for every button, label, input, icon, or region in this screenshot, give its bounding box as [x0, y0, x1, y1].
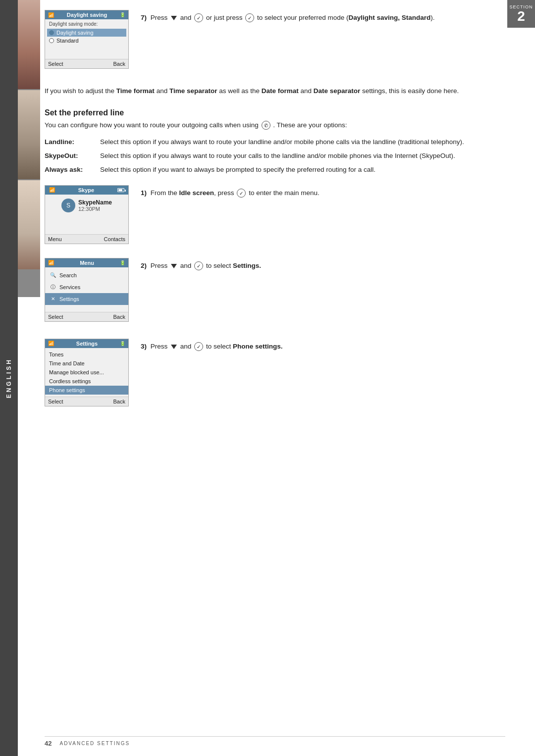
idle-screen: 📶 Skype S SkypeName 12:30PM	[45, 185, 129, 244]
idle-title: Skype	[78, 187, 94, 193]
settings-titlebar: 📶 Settings 🔋	[45, 339, 128, 348]
step7-and: and	[180, 14, 192, 21]
settings-icon: ✕	[49, 295, 57, 303]
settings-select-btn[interactable]: Select	[48, 399, 63, 404]
battery-menu: 🔋	[120, 260, 125, 265]
signal-menu-icon: 📶	[48, 260, 54, 265]
battery-settings: 🔋	[120, 341, 125, 346]
daylight-option-1[interactable]: Standard	[49, 37, 124, 45]
step7-press: Press	[151, 14, 168, 21]
step7-number: 7)	[141, 14, 147, 21]
menu-back-btn[interactable]: Back	[113, 314, 125, 320]
intro-text: If you wish to adjust the Time format an…	[45, 86, 505, 97]
def-item-skypeout: SkypeOut: Select this option if you alwa…	[45, 151, 505, 161]
step2-screen: 📶 Menu 🔋 🔍 Search ⓘ Services ✕ S	[45, 258, 129, 325]
step2-text: 2) Press and ✓ to select Settings.	[141, 258, 505, 271]
step2-row: 📶 Menu 🔋 🔍 Search ⓘ Services ✕ S	[45, 258, 505, 325]
menu-titlebar: 📶 Menu 🔋	[45, 258, 128, 267]
step2-press: Press	[151, 262, 168, 269]
intro-bold4: Date separator	[314, 87, 361, 95]
arrow-down-icon-3	[171, 345, 177, 349]
intro-text-1: If you wish to adjust the	[45, 87, 116, 95]
skype-avatar: S	[61, 199, 75, 212]
idle-body: S SkypeName 12:30PM	[45, 195, 128, 234]
battery-fill	[118, 189, 122, 191]
idle-menu-btn[interactable]: Menu	[48, 236, 62, 242]
battery-icon	[117, 188, 124, 192]
radio-standard	[49, 38, 54, 43]
page-footer: 42 ADVANCED SETTINGS	[45, 736, 505, 747]
footer-label: ADVANCED SETTINGS	[59, 741, 130, 746]
preferred-line-subtext-2: . These are your options:	[273, 121, 347, 129]
step3-row: 📶 Settings 🔋 Tones Time and Date Manage …	[45, 339, 505, 409]
def-desc-landline: Select this option if you always want to…	[100, 137, 505, 147]
step3-and: and	[180, 343, 192, 350]
step3-text: 3) Press and ✓ to select Phone settings.	[141, 339, 505, 352]
settings-back-btn[interactable]: Back	[113, 399, 125, 404]
skype-time: 12:30PM	[78, 206, 112, 212]
settings-item-timedate[interactable]: Time and Date	[45, 359, 128, 368]
settings-item-phone[interactable]: Phone settings	[45, 386, 128, 395]
signal-idle-icon: 📶	[49, 187, 55, 193]
daylight-select-btn[interactable]: Select	[48, 61, 63, 67]
settings-item-blocked[interactable]: Manage blocked use...	[45, 368, 128, 377]
menu-item-services[interactable]: ⓘ Services	[45, 281, 128, 293]
daylight-back-btn[interactable]: Back	[113, 61, 125, 67]
skype-username-block: SkypeName 12:30PM	[78, 199, 112, 212]
def-term-landline: Landline:	[45, 137, 94, 147]
settings-body: Tones Time and Date Manage blocked use..…	[45, 348, 128, 397]
step3-press: Press	[151, 343, 168, 350]
menu-title: Menu	[80, 260, 94, 266]
ok-button-icon-7b: ✓	[245, 13, 254, 22]
services-icon: ⓘ	[49, 283, 57, 291]
menu-item-search[interactable]: 🔍 Search	[45, 269, 128, 281]
battery-area: 🔋	[120, 12, 125, 17]
skype-username: SkypeName	[78, 199, 112, 206]
step7-or: or just press	[206, 14, 243, 21]
daylight-footer: Select Back	[45, 59, 128, 68]
menu-select-btn[interactable]: Select	[48, 314, 63, 320]
step7-text: 7) Press and ✓ or just press ✓ to select…	[141, 10, 505, 23]
intro-text3: as well as the	[217, 87, 261, 95]
step2-number: 2)	[141, 262, 147, 269]
person-images	[18, 0, 40, 297]
ok-button-icon-7: ✓	[194, 13, 203, 22]
def-item-alwaysask: Always ask: Select this option if you wa…	[45, 165, 505, 175]
step1-press: , press	[214, 189, 234, 197]
menu-footer: Select Back	[45, 312, 128, 321]
step7-bold: Daylight saving, Standard	[349, 14, 431, 21]
step7-screen: 📶 Daylight saving 🔋 Daylight saving mode…	[45, 10, 129, 72]
intro-text5: settings, this is easily done here.	[360, 87, 459, 95]
settings-footer: Select Back	[45, 397, 128, 406]
menu-item-settings[interactable]: ✕ Settings	[45, 293, 128, 305]
settings-item-cordless[interactable]: Cordless settings	[45, 377, 128, 386]
signal-settings-icon: 📶	[48, 341, 54, 346]
step1-after: to enter the main menu.	[249, 189, 320, 197]
step2-and: and	[180, 262, 192, 269]
preferred-line-subtext: You can configure how you want to route …	[45, 120, 505, 130]
menu-item-services-label: Services	[59, 284, 80, 290]
daylight-option-1-label: Standard	[56, 38, 79, 44]
sidebar: ENGLISH	[0, 0, 18, 756]
step3-to-select: to select	[206, 343, 233, 350]
step1-number: 1)	[141, 189, 147, 197]
idle-contacts-btn[interactable]: Contacts	[104, 236, 125, 242]
step1-text: 1) From the Idle screen, press ✓ to ente…	[141, 185, 505, 198]
search-icon: 🔍	[49, 271, 57, 279]
step1-from: From the	[151, 189, 179, 197]
step3-screen: 📶 Settings 🔋 Tones Time and Date Manage …	[45, 339, 129, 409]
sidebar-language-label: ENGLISH	[5, 358, 12, 398]
settings-item-tones[interactable]: Tones	[45, 350, 128, 359]
daylight-title: Daylight saving	[67, 12, 107, 18]
daylight-option-0[interactable]: Daylight saving	[47, 29, 126, 37]
main-content: 📶 Daylight saving 🔋 Daylight saving mode…	[45, 0, 505, 443]
daylight-screen: 📶 Daylight saving 🔋 Daylight saving mode…	[45, 10, 129, 69]
section-number: 2	[517, 9, 525, 23]
step1-row: 📶 Skype S SkypeName 12:30PM	[45, 185, 505, 244]
step2-bold: Settings.	[233, 262, 261, 269]
intro-bold3: Date format	[262, 87, 299, 95]
step7-after: to select your preferred mode (Daylight …	[257, 14, 435, 21]
ok-button-icon-2: ✓	[194, 261, 203, 270]
ok-button-icon-3: ✓	[194, 342, 203, 351]
intro-text4: and	[299, 87, 314, 95]
